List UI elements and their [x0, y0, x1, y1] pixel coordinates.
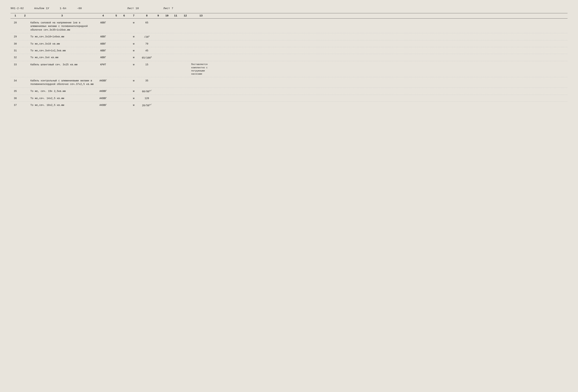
- table-body: 28 Кабель силовой на напряжение 1кв в ал…: [10, 19, 568, 109]
- col-header-7: 7: [128, 14, 140, 17]
- row-qty: 120: [140, 97, 154, 100]
- col-header-9: 9: [154, 14, 163, 17]
- row-num: 32: [10, 56, 20, 59]
- row-mark: КРИТ: [94, 63, 112, 66]
- row-description: То же, сеч. 19х 2,5кв.мм: [30, 89, 94, 93]
- col-header-6: 6: [121, 14, 128, 17]
- col-header-2: 2: [20, 14, 30, 17]
- row-unit: м: [128, 63, 140, 66]
- row-qty: 20/50х/: [140, 103, 154, 107]
- row-qty: 65/100х: [140, 56, 154, 60]
- row-unit: м: [128, 103, 140, 107]
- minus-value: -60: [77, 7, 82, 10]
- column-headers: 1 2 3 4 5 6 7 8 9 10 11 12 13: [10, 13, 568, 18]
- row-description: Кабель шланговый сеч. 3х25 кв.мм: [30, 63, 94, 66]
- row-description: То же,сеч. 10х2,5 кв.мм: [30, 103, 94, 107]
- row-description: То же,сеч. 14х2,5 кв.мм: [30, 97, 94, 100]
- table-row: 35 То же, сеч. 19х 2,5кв.мм АКВВГ м 60/8…: [10, 88, 568, 95]
- row-num: 33: [10, 63, 20, 66]
- table-row: 34 Кабель контрольный с алюминиевыми жил…: [10, 77, 568, 88]
- row-qty: /28х: [140, 35, 154, 39]
- table-row: 31 То же,сеч.3х4+1х2,5кв.мм АВВГ м 45: [10, 47, 568, 54]
- row-qty: 65: [140, 21, 154, 24]
- col-header-11: 11: [171, 14, 180, 17]
- row-unit: м: [128, 89, 140, 93]
- col-header-3: 3: [30, 14, 94, 17]
- row-unit: м: [128, 56, 140, 59]
- col-header-10: 10: [163, 14, 171, 17]
- col-header-8: 8: [140, 14, 154, 17]
- row-mark: АВВГ: [94, 35, 112, 39]
- row-qty: 15: [140, 63, 154, 66]
- row-num: 35: [10, 89, 20, 93]
- row-mark: АКВВГ: [94, 97, 112, 100]
- row-qty: 60/80х/: [140, 89, 154, 93]
- row-num: 34: [10, 79, 20, 83]
- row-unit: м: [128, 79, 140, 83]
- col-header-4: 4: [94, 14, 112, 17]
- row-unit: м: [128, 21, 140, 24]
- row-num: 36: [10, 97, 20, 100]
- row-qty: 35: [140, 79, 154, 83]
- row-qty: 45: [140, 49, 154, 52]
- row-mark: АВВГ: [94, 49, 112, 52]
- row-unit: м: [128, 97, 140, 100]
- row-qty: 70: [140, 42, 154, 45]
- col-header-12: 12: [180, 14, 191, 17]
- row-description: Кабель силовой на напряжение 1кв в алюми…: [30, 21, 94, 32]
- row-unit: м: [128, 49, 140, 52]
- doc-number: 901-2-62: [10, 7, 24, 10]
- row-description: То же,сеч.3х10+1х6кв.мм: [30, 35, 94, 39]
- album-number: Альбом 1У: [34, 7, 49, 10]
- row-num: 28: [10, 21, 20, 24]
- table-row: 37 То же,сеч. 10х2,5 кв.мм АКВВГ м 20/50…: [10, 102, 568, 109]
- row-mark: АВВГ: [94, 56, 112, 59]
- row-mark: АВВГ: [94, 21, 112, 24]
- row-description: Кабель контрольный с алюминиевыми жилами…: [30, 79, 94, 86]
- row-description: То же,сеч.3х10 кв.мм: [30, 42, 94, 45]
- document-header: 901-2-62 Альбом 1У 1-6л -60 Лист 10 Лист…: [10, 7, 568, 10]
- col-header-5: 5: [112, 14, 121, 17]
- page-label-1: Лист 10: [127, 7, 139, 10]
- row-description: То же,сеч.3х4 кв.мм: [30, 56, 94, 59]
- row-num: 29: [10, 35, 20, 39]
- sheet-range: 1-6л: [60, 7, 66, 10]
- row-num: 37: [10, 103, 20, 107]
- table-row: 28 Кабель силовой на напряжение 1кв в ал…: [10, 19, 568, 33]
- row-unit: м: [128, 42, 140, 45]
- row-num: 30: [10, 42, 20, 45]
- page-label-2: Лист 7: [163, 7, 173, 10]
- col-header-1: 1: [10, 14, 20, 17]
- table-row: 33 Кабель шланговый сеч. 3х25 кв.мм КРИТ…: [10, 61, 568, 77]
- col-header-13: 13: [191, 14, 211, 17]
- row-num: 31: [10, 49, 20, 52]
- row-mark: АКВВГ: [94, 89, 112, 93]
- table-row: 32 То же,сеч.3х4 кв.мм АВВГ м 65/100х: [10, 54, 568, 61]
- table-row: 36 То же,сеч. 14х2,5 кв.мм АКВВГ м 120: [10, 95, 568, 102]
- row-mark: АВВГ: [94, 42, 112, 45]
- row-note: Поставляется комплектно с погружными нас…: [191, 63, 211, 76]
- row-mark: АКВВГ: [94, 103, 112, 107]
- table-row: 30 То же,сеч.3х10 кв.мм АВВГ м 70: [10, 40, 568, 47]
- row-unit: м: [128, 35, 140, 39]
- table-row: 29 То же,сеч.3х10+1х6кв.мм АВВГ м /28х: [10, 33, 568, 40]
- row-mark: АКВВГ: [94, 79, 112, 83]
- row-description: То же,сеч.3х4+1х2,5кв.мм: [30, 49, 94, 52]
